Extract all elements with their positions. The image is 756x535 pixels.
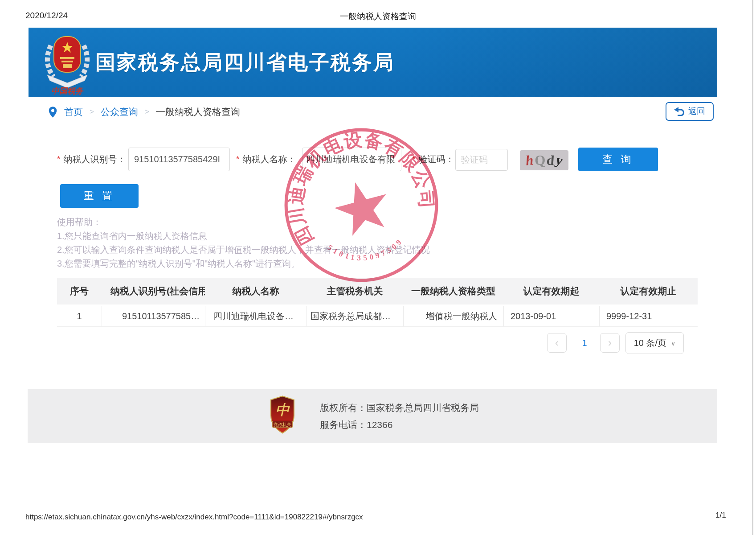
badge-label: 党政机关	[273, 422, 291, 427]
scan-artifact-line	[752, 0, 753, 535]
page-footer: 中 党政机关 版权所有：国家税务总局四川省税务局 服务电话：12366	[28, 389, 717, 443]
taxpayer-name-input[interactable]	[302, 148, 401, 171]
taxpayer-id-input[interactable]	[128, 148, 230, 171]
back-arrow-icon	[674, 107, 685, 116]
table-header-row: 序号纳税人识别号(社会信用纳税人名称主管税务机关一般纳税人资格类型认定有效期起认…	[57, 278, 698, 305]
location-pin-icon	[48, 106, 57, 118]
breadcrumb-home[interactable]: 首页	[64, 106, 83, 118]
reset-button[interactable]: 重 置	[60, 184, 139, 208]
service-phone-text: 服务电话：12366	[320, 419, 392, 431]
captcha-char: Q	[535, 152, 545, 169]
captcha-image[interactable]: hQdy	[520, 150, 568, 170]
pagination-prev-button[interactable]: ‹	[547, 333, 567, 353]
required-mark: *	[412, 154, 415, 164]
required-mark: *	[57, 154, 60, 164]
back-button-label: 返回	[688, 106, 705, 117]
table-header-cell: 认定有效期止	[599, 285, 698, 297]
table-cell: 1	[57, 311, 102, 321]
table-header-cell: 主管税务机关	[306, 285, 403, 297]
usage-help: 使用帮助： 1.您只能查询省内一般纳税人资格信息 2.您可以输入查询条件查询纳税…	[57, 215, 430, 271]
table-cell: 91510113577585…	[102, 306, 205, 326]
back-button[interactable]: 返回	[666, 102, 714, 121]
captcha-char: h	[525, 152, 534, 169]
captcha-label: * 验证码：	[412, 148, 454, 170]
taxpayer-name-label: * 纳税人名称：	[236, 147, 296, 171]
usage-help-line: 1.您只能查询省内一般纳税人资格信息	[57, 229, 430, 243]
print-title: 一般纳税人资格查询	[0, 11, 756, 22]
svg-text:中: 中	[275, 402, 290, 418]
captcha-input[interactable]	[455, 149, 508, 171]
print-page-number: 1/1	[715, 511, 726, 520]
breadcrumb-current: 一般纳税人资格查询	[156, 106, 240, 118]
usage-help-line: 2.您可以输入查询条件查询纳税人是否属于增值税一般纳税人，并查看一般纳税人资格登…	[57, 243, 430, 257]
table-header-cell: 纳税人名称	[205, 285, 306, 297]
site-banner: 中国税务 国家税务总局四川省电子税务局	[29, 28, 717, 97]
page-size-value: 10 条/页	[634, 337, 666, 349]
table-header-cell: 认定有效期起	[503, 285, 599, 297]
copyright-text: 版权所有：国家税务总局四川省税务局	[320, 402, 479, 414]
breadcrumb: 首页 > 公众查询 > 一般纳税人资格查询	[48, 103, 240, 121]
table-cell: 四川迪瑞机电设备…	[205, 306, 306, 326]
page-size-dropdown[interactable]: 10 条/页 ∨	[625, 332, 684, 354]
government-badge-icon: 中 党政机关	[270, 394, 295, 435]
site-title: 国家税务总局四川省电子税务局	[95, 49, 395, 76]
print-url: https://etax.sichuan.chinatax.gov.cn/yhs…	[25, 513, 363, 522]
table-header-cell: 序号	[57, 285, 102, 297]
table-header-cell: 纳税人识别号(社会信用	[102, 285, 205, 297]
usage-help-line: 3.您需要填写完整的"纳税人识别号"和"纳税人名称"进行查询。	[57, 257, 430, 271]
usage-help-title: 使用帮助：	[57, 215, 430, 229]
table-cell: 2013-09-01	[503, 306, 599, 326]
logo-caption: 中国税务	[51, 86, 84, 95]
taxpayer-id-label: * 纳税人识别号：	[57, 147, 126, 171]
table-cell: 9999-12-31	[599, 306, 698, 326]
table-header-cell: 一般纳税人资格类型	[403, 285, 503, 297]
table-cell: 增值税一般纳税人	[403, 306, 503, 326]
required-mark: *	[236, 154, 239, 164]
tax-bureau-logo-icon: 中国税务	[38, 30, 96, 95]
breadcrumb-public-query[interactable]: 公众查询	[101, 106, 138, 118]
chevron-down-icon: ∨	[671, 340, 675, 347]
table-body: 191510113577585…四川迪瑞机电设备…国家税务总局成都…增值税一般纳…	[57, 306, 698, 327]
pagination-next-button[interactable]: ›	[600, 333, 620, 353]
breadcrumb-separator: >	[90, 107, 94, 116]
table-cell: 国家税务总局成都…	[306, 306, 403, 326]
query-button[interactable]: 查 询	[578, 148, 658, 171]
table-row: 191510113577585…四川迪瑞机电设备…国家税务总局成都…增值税一般纳…	[57, 306, 698, 327]
breadcrumb-separator: >	[145, 107, 149, 116]
pagination-current-page[interactable]: 1	[576, 333, 593, 353]
captcha-char: y	[553, 152, 565, 169]
results-table: 序号纳税人识别号(社会信用纳税人名称主管税务机关一般纳税人资格类型认定有效期起认…	[57, 278, 698, 327]
